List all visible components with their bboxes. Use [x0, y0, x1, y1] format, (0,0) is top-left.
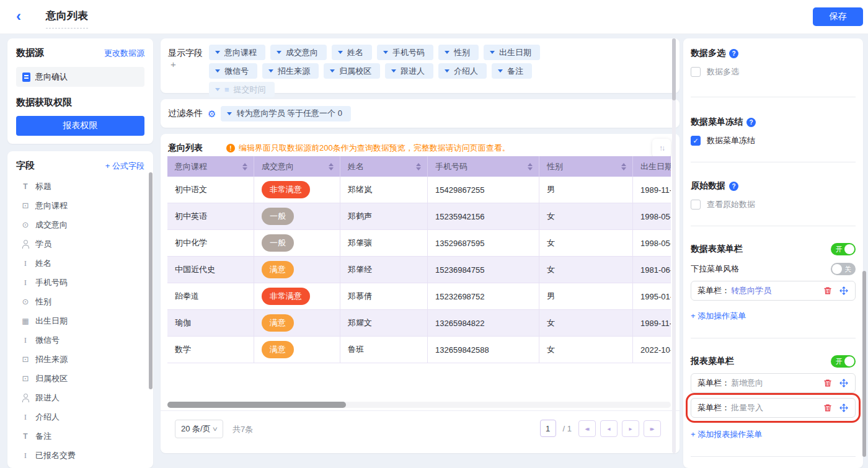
cell-intent: 非常满意	[254, 283, 340, 310]
permission-title: 数据获取权限	[16, 97, 144, 108]
table-row[interactable]: 跆拳道非常满意郑慕倩15232698752男1995-01-	[167, 283, 671, 310]
move-icon[interactable]	[839, 286, 849, 296]
column-header[interactable]: 性别	[539, 156, 633, 177]
trash-icon[interactable]	[823, 378, 833, 388]
cell-birth: 1998-05-	[633, 230, 671, 257]
display-field-tag[interactable]: 微信号	[209, 63, 257, 79]
prev-page-button[interactable]: ◂	[600, 420, 618, 437]
fields-title: 字段	[16, 160, 35, 172]
table-row[interactable]: 初中化学一般郑肇骧13529687595女1998-05-	[167, 230, 671, 257]
display-field-tag[interactable]: 意向课程	[209, 45, 265, 60]
field-item[interactable]: ⊡意向课程	[16, 196, 144, 215]
help-icon[interactable]: ?	[729, 49, 738, 58]
menu-item-box[interactable]: 菜单栏：转意向学员	[691, 281, 856, 301]
move-icon[interactable]	[839, 378, 849, 388]
change-datasource-link[interactable]: 更改数据源	[104, 48, 144, 59]
field-item[interactable]: I手机号码	[16, 273, 144, 292]
filter-condition-tag[interactable]: 转为意向学员 等于任意一个 0	[221, 106, 350, 121]
back-icon[interactable]: ‹	[16, 7, 21, 25]
display-field-tag[interactable]: 归属校区	[324, 63, 380, 79]
add-display-field-icon[interactable]: +	[170, 59, 176, 69]
display-field-tag[interactable]: 介绍人	[438, 63, 487, 79]
table-row[interactable]: 中国近代史满意郑肇经15236984755女1981-06-	[167, 257, 671, 283]
save-button[interactable]: 保存	[813, 7, 863, 26]
trash-icon[interactable]	[823, 403, 833, 413]
column-header[interactable]: 意向课程	[167, 156, 254, 177]
field-item[interactable]: 学员	[16, 234, 144, 254]
trash-icon[interactable]	[823, 286, 833, 296]
tag-label: 招生来源	[278, 66, 310, 77]
field-item[interactable]: ⊙性别	[16, 292, 144, 311]
display-field-tag[interactable]: 姓名	[332, 45, 372, 60]
tag-label: 性别	[454, 47, 470, 58]
field-item[interactable]: I已报名交费	[16, 446, 144, 465]
move-icon[interactable]	[839, 403, 849, 413]
display-field-tag[interactable]: 跟进人	[385, 63, 433, 79]
display-field-tag[interactable]: 成交意向	[270, 45, 327, 60]
field-label: 招生来源	[35, 354, 68, 365]
field-item[interactable]: I介绍人	[16, 407, 144, 426]
filter-condition-text: 转为意向学员 等于任意一个 0	[236, 108, 342, 119]
table-row[interactable]: 初中英语一般郑鹤声15235942156女1998-05-	[167, 203, 671, 230]
caret-down-icon	[215, 69, 220, 73]
middle-scrollbar-thumb[interactable]	[672, 38, 676, 100]
menu-item-box[interactable]: 菜单栏：新增意向	[691, 373, 856, 393]
settings-scrollbar[interactable]	[862, 271, 866, 457]
menu-freeze-checkbox[interactable]: ✓	[691, 136, 701, 146]
report-permission-button[interactable]: 报表权限	[16, 116, 144, 136]
display-field-tag[interactable]: 招生来源	[262, 63, 319, 79]
document-icon	[22, 73, 30, 82]
raw-data-checkbox[interactable]: ✓	[691, 200, 701, 210]
gear-icon[interactable]: ⚙	[208, 109, 216, 118]
multi-select-checkbox[interactable]: ✓	[691, 67, 701, 77]
display-field-tag[interactable]: 性别	[438, 45, 479, 60]
first-page-button[interactable]: ◂◂	[578, 420, 596, 437]
data-menu-toggle[interactable]: 开	[831, 243, 856, 255]
field-item[interactable]: I微信号	[16, 330, 144, 350]
help-icon[interactable]: ?	[746, 118, 756, 127]
add-report-action-menu-link[interactable]: + 添加报表操作菜单	[691, 429, 856, 440]
report-menu-toggle[interactable]: 开	[831, 355, 856, 368]
field-item[interactable]: ▦出生日期	[16, 311, 144, 330]
cell-name: 鲁班	[340, 337, 428, 363]
title-icon: T	[21, 182, 30, 191]
table-body: 初中语文非常满意郑绪岚15429867255男1989-11-初中英语一般郑鹤声…	[167, 177, 671, 363]
dropdown-style-toggle[interactable]: 关	[831, 263, 856, 275]
page-size-select[interactable]: 20 条/页 ˅	[175, 420, 223, 438]
display-field-tag-disabled[interactable]: ≡提交时间	[209, 82, 275, 97]
column-header[interactable]: 手机号码	[428, 156, 539, 177]
next-page-button[interactable]: ▸	[622, 420, 639, 437]
display-field-tag[interactable]: 出生日期	[484, 45, 540, 60]
cell-birth: 1989-11-	[633, 310, 671, 337]
table-row[interactable]: 数学满意鲁班132659842588女2022-10-	[167, 337, 671, 363]
add-formula-field-link[interactable]: + 公式字段	[105, 161, 144, 172]
column-header[interactable]: 姓名	[340, 156, 428, 177]
field-item[interactable]: 跟进人	[16, 388, 144, 407]
tag-label: 介绍人	[454, 66, 478, 77]
field-item[interactable]: ⊡归属校区	[16, 369, 144, 388]
field-item[interactable]: ⊙成交意向	[16, 215, 144, 234]
column-header[interactable]: 成交意向	[254, 156, 340, 177]
table-row[interactable]: 瑜伽满意郑耀文13265984822女1989-11-	[167, 310, 671, 337]
table-sort-button[interactable]: ↑↓	[652, 139, 671, 157]
datasource-item[interactable]: 意向确认	[16, 67, 144, 87]
page-number-input[interactable]: 1	[540, 420, 556, 437]
table-row[interactable]: 初中语文非常满意郑绪岚15429867255男1989-11-	[167, 177, 671, 203]
add-action-menu-link[interactable]: + 添加操作菜单	[691, 311, 856, 322]
column-header[interactable]: 出生日期	[633, 156, 671, 177]
field-label: 介绍人	[35, 412, 60, 423]
help-icon[interactable]: ?	[729, 182, 738, 191]
fields-scrollbar[interactable]	[149, 172, 153, 389]
display-field-tag[interactable]: 备注	[492, 63, 532, 79]
divider	[691, 338, 856, 338]
field-item[interactable]: ⊡招生来源	[16, 350, 144, 369]
field-label: 出生日期	[35, 316, 68, 327]
field-item[interactable]: I姓名	[16, 254, 144, 273]
menu-item-box[interactable]: 菜单栏：批量导入	[691, 398, 856, 418]
horizontal-scrollbar-thumb[interactable]	[167, 402, 346, 408]
field-item[interactable]: T标题	[16, 177, 144, 196]
field-item[interactable]: T备注	[16, 426, 144, 446]
radio-icon: ⊙	[21, 221, 30, 229]
display-field-tag[interactable]: 手机号码	[377, 45, 433, 60]
last-page-button[interactable]: ▸▸	[644, 420, 661, 437]
